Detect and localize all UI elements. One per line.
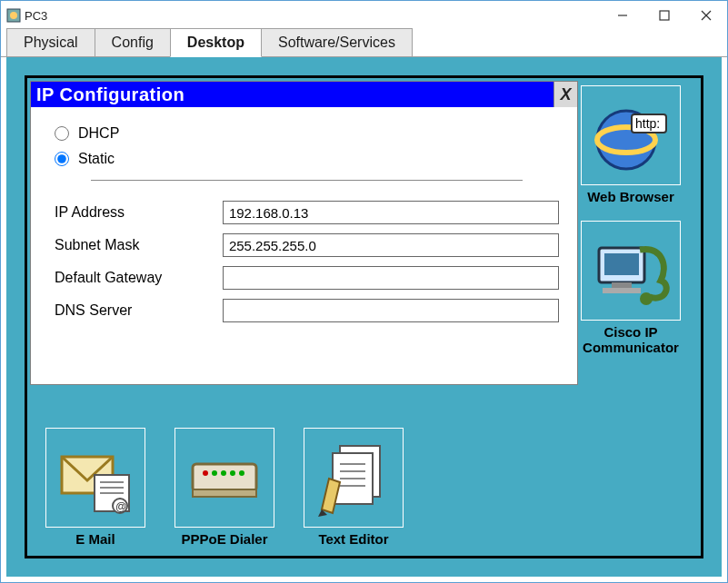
tab-config[interactable]: Config — [95, 28, 171, 56]
svg-point-27 — [239, 470, 244, 476]
svg-rect-22 — [193, 464, 256, 491]
svg-marker-35 — [322, 479, 340, 513]
desktop-area: IP Configuration X DHCP Static IP Addres… — [25, 75, 703, 558]
separator — [91, 180, 523, 181]
svg-point-1 — [10, 12, 17, 19]
window-buttons — [602, 2, 727, 29]
svg-point-23 — [203, 470, 208, 476]
dns-server-label: DNS Server — [55, 302, 223, 319]
close-button[interactable] — [685, 2, 727, 29]
tab-strip: Physical Config Desktop Software/Service… — [1, 30, 727, 57]
svg-point-24 — [212, 470, 217, 476]
default-gateway-label: Default Gateway — [55, 270, 223, 286]
subnet-mask-input[interactable] — [223, 233, 559, 257]
bottom-icon-row: @ E Mail PPPoE Dialer — [45, 428, 404, 547]
cisco-ip-label: Cisco IP Communicator — [572, 324, 690, 355]
tab-physical[interactable]: Physical — [6, 28, 95, 56]
svg-rect-28 — [193, 489, 256, 497]
text-editor-icon — [304, 428, 404, 528]
default-gateway-input[interactable] — [223, 266, 559, 290]
tab-software-services[interactable]: Software/Services — [261, 28, 413, 56]
svg-text:http:: http: — [635, 116, 660, 131]
svg-rect-3 — [660, 11, 669, 20]
web-browser-icon: http: — [581, 85, 681, 185]
app-window: PC3 Physical Config Desktop Software/Ser… — [0, 0, 728, 583]
svg-point-26 — [230, 470, 235, 476]
window-title: PC3 — [25, 9, 602, 23]
dialog-title-bar[interactable]: IP Configuration X — [31, 82, 577, 107]
email-label: E Mail — [75, 531, 115, 547]
svg-point-25 — [221, 470, 226, 476]
svg-point-14 — [640, 292, 653, 305]
title-bar[interactable]: PC3 — [1, 1, 727, 30]
ip-configuration-dialog: IP Configuration X DHCP Static IP Addres… — [30, 81, 578, 385]
app-icon — [6, 8, 21, 23]
radio-static-input[interactable] — [55, 152, 69, 166]
subnet-mask-label: Subnet Mask — [55, 237, 223, 253]
email-icon: @ — [45, 428, 145, 528]
svg-rect-12 — [612, 282, 632, 288]
svg-rect-11 — [604, 253, 639, 275]
dns-server-input[interactable] — [223, 299, 559, 322]
ip-address-label: IP Address — [55, 204, 223, 221]
pppoe-label: PPPoE Dialer — [181, 531, 267, 547]
radio-dhcp-input[interactable] — [55, 126, 69, 141]
dialog-body: DHCP Static IP Address Subnet Mask — [31, 107, 577, 341]
radio-static[interactable]: Static — [55, 151, 559, 167]
cisco-ip-shortcut[interactable]: Cisco IP Communicator — [572, 221, 690, 355]
tab-desktop[interactable]: Desktop — [170, 28, 262, 57]
web-browser-label: Web Browser — [587, 189, 674, 204]
ip-address-input[interactable] — [223, 201, 559, 224]
workspace: IP Configuration X DHCP Static IP Addres… — [1, 57, 727, 582]
cisco-ip-icon — [581, 221, 681, 321]
maximize-button[interactable] — [643, 2, 685, 29]
dialog-title: IP Configuration — [36, 84, 184, 105]
radio-dhcp[interactable]: DHCP — [55, 125, 559, 142]
web-browser-shortcut[interactable]: http: Web Browser — [572, 85, 690, 204]
text-editor-label: Text Editor — [318, 531, 388, 547]
svg-text:@: @ — [115, 500, 126, 513]
email-shortcut[interactable]: @ E Mail — [45, 428, 145, 547]
right-icon-column: http: Web Browser — [572, 85, 690, 355]
pppoe-icon — [175, 428, 274, 528]
radio-dhcp-label: DHCP — [78, 125, 119, 142]
svg-rect-13 — [603, 288, 641, 293]
radio-static-label: Static — [78, 151, 115, 167]
text-editor-shortcut[interactable]: Text Editor — [304, 428, 404, 547]
minimize-button[interactable] — [602, 2, 643, 29]
pppoe-shortcut[interactable]: PPPoE Dialer — [175, 428, 274, 547]
